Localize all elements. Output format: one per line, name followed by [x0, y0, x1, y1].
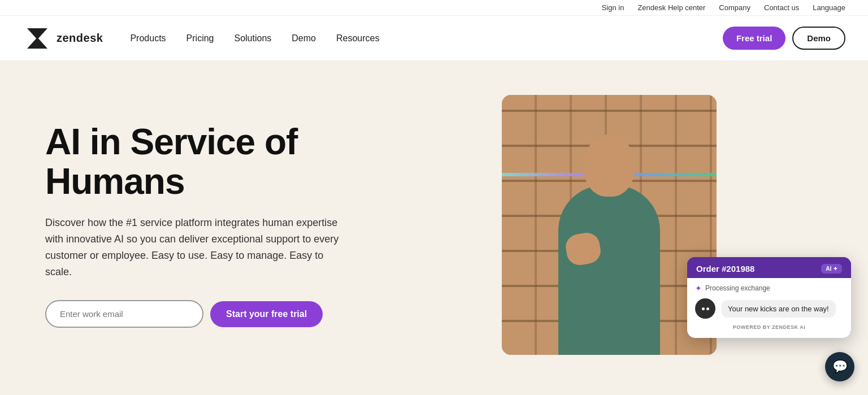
- hero-section: AI in Service of Humans Discover how the…: [0, 61, 868, 389]
- order-title: Order #201988: [696, 264, 754, 274]
- logo[interactable]: zendesk: [23, 24, 103, 53]
- contact-link[interactable]: Contact us: [764, 3, 799, 12]
- avatar-dot-2: [706, 307, 709, 310]
- products-nav-link[interactable]: Products: [130, 33, 166, 44]
- ai-badge: AI ✦: [821, 264, 842, 274]
- chat-card-header: Order #201988 AI ✦: [687, 257, 851, 278]
- person-body: [558, 185, 660, 355]
- processing-row: ✦ Processing exchange: [695, 284, 843, 293]
- message-row: Your new kicks are on the way!: [695, 298, 843, 319]
- person-head: [584, 134, 635, 197]
- main-navigation: zendesk Products Pricing Solutions Demo …: [0, 16, 868, 61]
- signin-link[interactable]: Sign in: [602, 3, 624, 12]
- chat-widget[interactable]: 💬: [825, 352, 854, 381]
- hero-form: Start your free trial: [45, 300, 362, 328]
- avatar: [695, 298, 715, 319]
- solutions-nav-link[interactable]: Solutions: [234, 33, 271, 44]
- logo-text: zendesk: [57, 32, 103, 45]
- top-bar: Sign in Zendesk Help center Company Cont…: [0, 0, 868, 16]
- processing-text: Processing exchange: [705, 284, 770, 292]
- resources-nav-link[interactable]: Resources: [336, 33, 379, 44]
- hero-image: [502, 95, 717, 355]
- language-link[interactable]: Language: [813, 3, 845, 12]
- powered-by: POWERED BY ZENDESK AI: [695, 324, 843, 332]
- message-bubble: Your new kicks are on the way!: [721, 300, 836, 318]
- hero-title: AI in Service of Humans: [45, 122, 362, 202]
- demo-nav-link[interactable]: Demo: [292, 33, 316, 44]
- chat-widget-icon: 💬: [832, 359, 848, 374]
- zendesk-logo-icon: [23, 24, 52, 53]
- chat-card-body: ✦ Processing exchange Your new kicks are…: [687, 278, 851, 338]
- processing-icon: ✦: [695, 284, 702, 293]
- hero-left: AI in Service of Humans Discover how the…: [45, 122, 384, 328]
- email-input[interactable]: [45, 300, 203, 328]
- demo-button[interactable]: Demo: [792, 27, 845, 50]
- hero-right: Order #201988 AI ✦ ✦ Processing exchange…: [384, 95, 834, 355]
- nav-actions: Free trial Demo: [723, 27, 845, 50]
- hero-description: Discover how the #1 service platform int…: [45, 215, 339, 280]
- pricing-nav-link[interactable]: Pricing: [186, 33, 214, 44]
- company-link[interactable]: Company: [719, 3, 750, 12]
- nav-links: Products Pricing Solutions Demo Resource…: [130, 33, 723, 44]
- free-trial-button[interactable]: Free trial: [723, 27, 785, 50]
- start-trial-button[interactable]: Start your free trial: [210, 301, 323, 327]
- help-center-link[interactable]: Zendesk Help center: [637, 3, 705, 12]
- avatar-dots: [702, 307, 709, 310]
- avatar-dot-1: [702, 307, 705, 310]
- chat-card: Order #201988 AI ✦ ✦ Processing exchange…: [687, 257, 851, 338]
